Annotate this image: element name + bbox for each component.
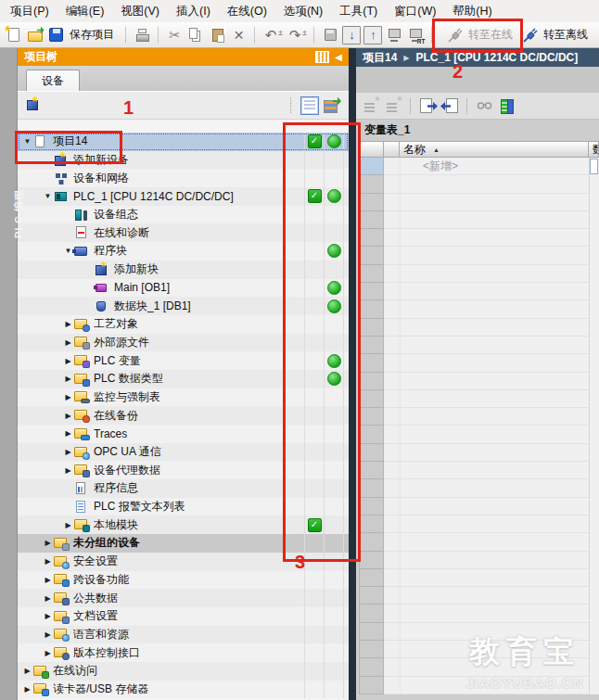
row-header-cell[interactable] xyxy=(359,300,384,318)
expand-arrow-icon[interactable]: ▶ xyxy=(62,466,74,475)
row-header-cell[interactable] xyxy=(359,265,384,283)
expand-arrow-icon[interactable]: ▶ xyxy=(21,685,33,694)
row-header-cell[interactable] xyxy=(359,229,384,247)
menu-item[interactable]: 窗口(W) xyxy=(389,1,448,22)
tree-item[interactable]: 在线和诊断 xyxy=(18,223,349,242)
expand-arrow-icon[interactable]: ▶ xyxy=(42,649,54,657)
tree-item[interactable]: ▶Traces xyxy=(18,425,349,443)
expand-arrow-icon[interactable]: ▶ xyxy=(42,576,54,584)
tree-item[interactable]: ▶外部源文件 xyxy=(18,334,349,352)
expand-arrow-icon[interactable]: ▶ xyxy=(62,320,74,328)
tree-item[interactable]: ▶OPC UA 通信 xyxy=(18,443,349,462)
row-header-cell[interactable] xyxy=(359,373,384,390)
add-row-below-button[interactable] xyxy=(384,95,403,116)
tree-item[interactable]: ▶设备代理数据 xyxy=(18,461,349,479)
row-header-cell[interactable] xyxy=(359,247,384,264)
menu-item[interactable]: 工具(T) xyxy=(335,1,389,22)
expand-arrow-icon[interactable]: ▶ xyxy=(62,429,74,438)
new-project-button[interactable] xyxy=(4,25,23,45)
tree-item[interactable]: ▶版本控制接口 xyxy=(18,643,349,662)
row-header-cell[interactable] xyxy=(359,569,384,587)
expand-arrow-icon[interactable]: ▶ xyxy=(42,630,54,639)
name-cell[interactable]: <新增> xyxy=(400,158,589,175)
row-header-cell[interactable] xyxy=(359,677,384,694)
breadcrumb-project[interactable]: 项目14 xyxy=(363,50,397,66)
icon-column-header[interactable] xyxy=(384,141,400,158)
tree-item[interactable]: 设备组态 xyxy=(18,206,349,224)
add-new-tag-placeholder[interactable]: <新增> xyxy=(401,159,458,174)
tree-item[interactable]: ▶文档设置 xyxy=(18,607,349,626)
redo-button[interactable]: ↷± xyxy=(286,25,308,45)
tree-item[interactable]: ▶跨设备功能 xyxy=(18,571,349,590)
tree-item[interactable]: 添加新块 xyxy=(18,261,349,279)
row-header-cell[interactable] xyxy=(359,587,384,605)
row-header-cell[interactable] xyxy=(359,515,384,533)
tree-item[interactable]: ▼PLC_1 [CPU 1214C DC/DC/DC]✓ xyxy=(18,187,349,206)
tree-item[interactable]: ▶未分组的设备 xyxy=(18,534,349,553)
row-header-cell[interactable] xyxy=(359,283,384,300)
tree-item[interactable]: PLC 报警文本列表 xyxy=(18,498,349,516)
row-header-cell[interactable] xyxy=(359,175,384,193)
tree-item[interactable]: ▶公共数据 xyxy=(18,589,349,607)
expand-arrow-icon[interactable]: ▶ xyxy=(42,594,54,603)
copy-button[interactable] xyxy=(186,25,206,45)
add-row-button[interactable] xyxy=(362,95,381,116)
row-header-cell[interactable] xyxy=(359,605,384,622)
go-online-button[interactable] xyxy=(445,25,465,45)
expand-arrow-icon[interactable]: ▶ xyxy=(42,612,54,620)
collapse-panel-icon[interactable]: ◀ xyxy=(335,53,342,62)
tree-item[interactable]: Main [OB1] xyxy=(18,279,349,298)
row-header-cell[interactable] xyxy=(359,194,384,211)
data-type-input[interactable] xyxy=(590,159,598,174)
expand-arrow-icon[interactable]: ▼ xyxy=(21,137,33,146)
tab-devices[interactable]: 设备 xyxy=(26,70,80,91)
menu-item[interactable]: 插入(I) xyxy=(172,1,223,22)
panel-divider[interactable] xyxy=(349,48,356,700)
tree-item[interactable]: 添加新设备 xyxy=(18,151,349,170)
row-header-cell[interactable] xyxy=(359,444,384,462)
row-header-cell[interactable] xyxy=(359,462,384,479)
expand-arrow-icon[interactable]: ▶ xyxy=(42,557,54,566)
expand-arrow-icon[interactable]: ▶ xyxy=(62,375,74,383)
row-header-cell[interactable] xyxy=(359,533,384,551)
go-offline-label[interactable]: 转至离线 xyxy=(542,27,593,43)
go-online-label[interactable]: 转至在线 xyxy=(466,27,518,43)
menu-item[interactable]: 项目(P) xyxy=(6,1,61,22)
undo-button[interactable]: ↶± xyxy=(261,25,284,45)
expand-arrow-icon[interactable]: ▶ xyxy=(62,357,74,365)
row-header-cell[interactable] xyxy=(359,337,384,354)
row-header-cell[interactable] xyxy=(359,211,384,229)
data-type-cell[interactable] xyxy=(589,158,599,175)
row-header-cell[interactable] xyxy=(359,641,384,658)
menu-item[interactable]: 选项(N) xyxy=(279,1,335,22)
menu-item[interactable]: 编辑(E) xyxy=(61,1,117,22)
tree-item[interactable]: ▶工艺对象 xyxy=(18,315,349,334)
row-header-cell[interactable] xyxy=(359,158,384,175)
menu-item[interactable]: 视图(V) xyxy=(116,1,172,22)
go-offline-button[interactable] xyxy=(520,25,540,45)
expand-arrow-icon[interactable]: ▼ xyxy=(42,192,54,200)
menu-item[interactable]: 在线(O) xyxy=(223,1,279,22)
row-header-cell[interactable] xyxy=(359,479,384,497)
tree-item[interactable]: ▶PLC 变量 xyxy=(18,351,349,370)
data-type-column-header[interactable]: 数 xyxy=(589,141,599,158)
row-header-cell[interactable] xyxy=(359,390,384,408)
accessible-devices-button[interactable] xyxy=(385,25,404,45)
tree-item[interactable]: ▶在线访问 xyxy=(18,662,349,681)
tree-item[interactable]: 设备和网络 xyxy=(18,169,349,187)
expand-arrow-icon[interactable]: ▶ xyxy=(62,448,74,456)
monitor-button[interactable] xyxy=(475,95,494,116)
tree-item[interactable]: ▶安全设置 xyxy=(18,553,349,571)
expand-arrow-icon[interactable]: ▶ xyxy=(62,393,74,401)
row-header-cell[interactable] xyxy=(359,408,384,426)
row-header-cell[interactable] xyxy=(359,552,384,569)
download-to-device-button[interactable]: ↓ xyxy=(342,25,362,45)
row-header-cell[interactable] xyxy=(359,319,384,337)
save-to-device-button[interactable] xyxy=(321,25,340,45)
row-header-cell[interactable] xyxy=(359,498,384,515)
import-button[interactable] xyxy=(440,95,460,116)
expand-arrow-icon[interactable]: ▶ xyxy=(21,667,33,675)
upload-from-device-button[interactable]: ↑ xyxy=(363,25,383,45)
delete-button[interactable]: ✕ xyxy=(229,25,249,45)
details-view-icon[interactable] xyxy=(300,96,319,115)
